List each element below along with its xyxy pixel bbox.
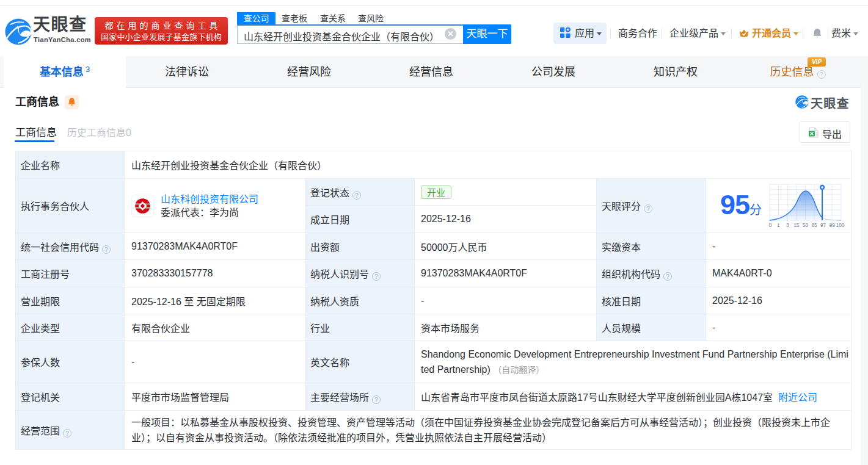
svg-text:3: 3 (786, 223, 789, 228)
svg-text:85: 85 (811, 223, 817, 228)
svg-text:99: 99 (830, 223, 836, 228)
svg-text:0: 0 (769, 223, 772, 228)
svg-text:50: 50 (803, 223, 809, 228)
svg-text:97: 97 (820, 223, 826, 228)
svg-text:15: 15 (793, 223, 800, 228)
svg-text:1: 1 (777, 223, 780, 228)
svg-text:100: 100 (836, 223, 845, 228)
